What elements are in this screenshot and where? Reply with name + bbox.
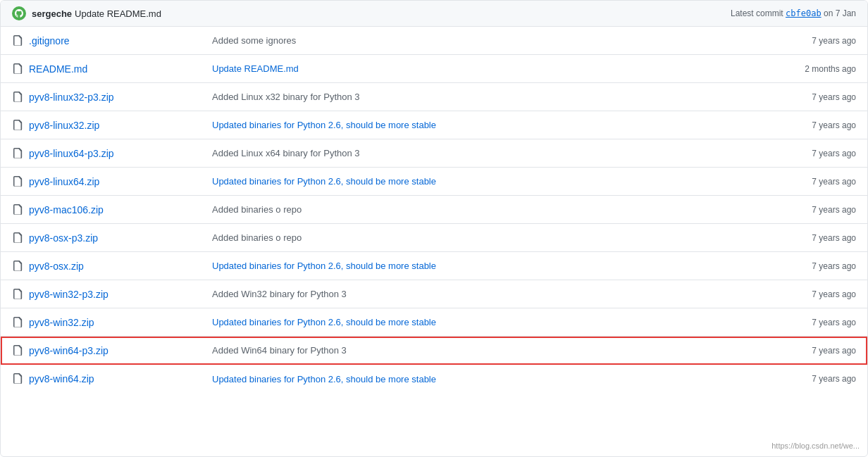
file-name-col: pyv8-linux32.zip [29, 120, 212, 131]
file-time: 7 years ago [786, 205, 856, 215]
commit-message-link[interactable]: Updated binaries for Python 2.6, should … [212, 317, 436, 327]
file-row: pyv8-linux32.zipUpdated binaries for Pyt… [1, 111, 867, 139]
file-name-col: pyv8-win32-p3.zip [29, 289, 212, 300]
file-name-col: README.md [29, 63, 212, 75]
file-row: .gitignoreAdded some ignores7 years ago [1, 27, 867, 55]
file-name-col: pyv8-linux64.zip [29, 176, 212, 187]
commit-message-link[interactable]: Update README.md [212, 63, 299, 74]
commit-message-col: Updated binaries for Python 2.6, should … [212, 374, 786, 384]
file-name-col: pyv8-win64.zip [29, 373, 212, 384]
file-time: 7 years ago [786, 318, 856, 327]
file-name-link[interactable]: pyv8-linux64.zip [29, 176, 99, 187]
commit-message-col: Added binaries o repo [212, 232, 786, 243]
file-name-link[interactable]: pyv8-win32-p3.zip [29, 289, 108, 300]
file-icon [12, 373, 23, 384]
file-name-col: pyv8-linux64-p3.zip [29, 148, 212, 159]
watermark: https://blog.csdn.net/we... [769, 440, 862, 451]
file-icon [12, 63, 23, 75]
file-icon [12, 261, 23, 272]
file-icon [12, 120, 23, 131]
file-time: 2 months ago [786, 64, 856, 74]
file-name-link[interactable]: pyv8-mac106.zip [29, 204, 104, 215]
commit-message-link[interactable]: Updated binaries for Python 2.6, should … [212, 176, 436, 187]
commit-message-col: Update README.md [212, 63, 786, 74]
latest-commit-bar: sergeche Update README.md Latest commit … [1, 1, 867, 27]
commit-date: on 7 Jan [824, 8, 856, 18]
commit-message-col: Updated binaries for Python 2.6, should … [212, 261, 786, 271]
repository-file-list: sergeche Update README.md Latest commit … [0, 0, 868, 457]
commit-author[interactable]: sergeche [32, 8, 72, 19]
file-time: 7 years ago [786, 120, 856, 130]
commit-message-link[interactable]: Updated binaries for Python 2.6, should … [212, 374, 436, 384]
commit-message-col: Added Linux x32 binary for Python 3 [212, 92, 786, 102]
commit-message-link[interactable]: Updated binaries for Python 2.6, should … [212, 261, 436, 271]
file-list: .gitignoreAdded some ignores7 years agoR… [1, 27, 867, 393]
file-icon [12, 289, 23, 300]
file-name-col: pyv8-win64-p3.zip [29, 345, 212, 356]
file-icon [12, 148, 23, 159]
latest-label: Latest commit [731, 8, 783, 18]
file-row: pyv8-win32-p3.zipAdded Win32 binary for … [1, 280, 867, 308]
file-name-link[interactable]: pyv8-osx-p3.zip [29, 232, 98, 244]
file-name-link[interactable]: README.md [29, 63, 87, 75]
file-row: pyv8-mac106.zipAdded binaries o repo7 ye… [1, 196, 867, 224]
file-name-link[interactable]: pyv8-linux64-p3.zip [29, 148, 114, 159]
file-name-col: pyv8-win32.zip [29, 317, 212, 328]
file-time: 7 years ago [786, 346, 856, 356]
file-time: 7 years ago [786, 36, 856, 46]
file-name-col: pyv8-osx.zip [29, 261, 212, 272]
commit-message-col: Added some ignores [212, 35, 786, 46]
commit-message-col: Updated binaries for Python 2.6, should … [212, 176, 786, 187]
commit-message-col: Added binaries o repo [212, 204, 786, 215]
commit-message-col: Updated binaries for Python 2.6, should … [212, 120, 786, 130]
file-row: pyv8-osx.zipUpdated binaries for Python … [1, 252, 867, 280]
file-name-link[interactable]: pyv8-win32.zip [29, 317, 94, 328]
file-name-link[interactable]: pyv8-win64-p3.zip [29, 345, 108, 356]
file-name-col: pyv8-osx-p3.zip [29, 232, 212, 244]
file-name-link[interactable]: .gitignore [29, 35, 70, 46]
commit-message-col: Added Win32 binary for Python 3 [212, 289, 786, 299]
file-time: 7 years ago [786, 233, 856, 243]
file-name-link[interactable]: pyv8-linux32-p3.zip [29, 92, 114, 103]
file-row: pyv8-linux64.zipUpdated binaries for Pyt… [1, 168, 867, 196]
commit-message-header: Update README.md [75, 8, 161, 19]
file-name-col: pyv8-mac106.zip [29, 204, 212, 215]
file-icon [12, 35, 23, 46]
commit-message-col: Added Win64 binary for Python 3 [212, 345, 786, 356]
file-icon [12, 92, 23, 103]
file-time: 7 years ago [786, 289, 856, 299]
file-icon [12, 317, 23, 328]
file-row: pyv8-win32.zipUpdated binaries for Pytho… [1, 308, 867, 337]
file-time: 7 years ago [786, 177, 856, 187]
file-icon [12, 204, 23, 215]
commit-hash-link[interactable]: cbfe0ab [786, 8, 822, 18]
file-name-link[interactable]: pyv8-osx.zip [29, 261, 84, 272]
file-icon [12, 232, 23, 244]
file-row: pyv8-osx-p3.zipAdded binaries o repo7 ye… [1, 224, 867, 252]
file-icon [12, 176, 23, 187]
file-name-col: pyv8-linux32-p3.zip [29, 92, 212, 103]
file-time: 7 years ago [786, 374, 856, 384]
file-icon [12, 345, 23, 356]
author-avatar [12, 6, 26, 20]
file-row: pyv8-win64.zipUpdated binaries for Pytho… [1, 365, 867, 393]
commit-message-col: Updated binaries for Python 2.6, should … [212, 317, 786, 327]
commit-message-col: Added Linux x64 binary for Python 3 [212, 148, 786, 158]
file-row: pyv8-win64-p3.zipAdded Win64 binary for … [1, 337, 867, 365]
file-time: 7 years ago [786, 92, 856, 102]
file-row: README.mdUpdate README.md2 months ago [1, 55, 867, 83]
latest-commit-info: Latest commit cbfe0ab on 7 Jan [731, 8, 856, 18]
file-time: 7 years ago [786, 261, 856, 271]
file-name-col: .gitignore [29, 35, 212, 46]
file-row: pyv8-linux32-p3.zipAdded Linux x32 binar… [1, 83, 867, 111]
file-name-link[interactable]: pyv8-linux32.zip [29, 120, 99, 131]
file-time: 7 years ago [786, 149, 856, 158]
file-row: pyv8-linux64-p3.zipAdded Linux x64 binar… [1, 139, 867, 168]
commit-message-link[interactable]: Updated binaries for Python 2.6, should … [212, 120, 436, 130]
file-name-link[interactable]: pyv8-win64.zip [29, 373, 94, 384]
